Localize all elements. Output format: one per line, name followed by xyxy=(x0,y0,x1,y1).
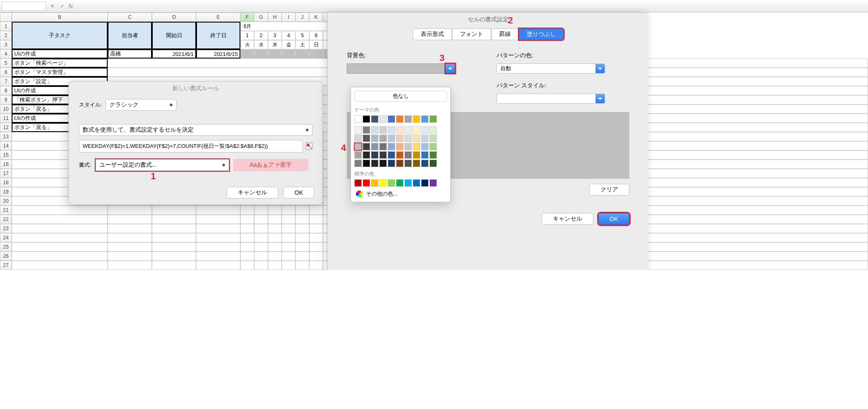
day-2[interactable]: 2 xyxy=(254,31,268,40)
color-swatch[interactable] xyxy=(421,151,429,159)
color-swatch[interactable] xyxy=(388,151,395,159)
color-swatch[interactable] xyxy=(363,179,370,187)
color-swatch[interactable] xyxy=(363,126,370,134)
color-swatch[interactable] xyxy=(354,126,362,134)
col-B[interactable]: B xyxy=(12,13,108,22)
col-D[interactable]: D xyxy=(152,13,196,22)
row-18[interactable]: 18 xyxy=(0,178,12,187)
cancel-button[interactable]: キャンセル xyxy=(227,187,278,198)
tab-fill[interactable]: 塗りつぶし xyxy=(519,28,564,40)
col-J[interactable]: J xyxy=(295,13,309,22)
color-swatch[interactable] xyxy=(413,135,420,142)
row-17[interactable]: 17 xyxy=(0,169,12,178)
col-K[interactable]: K xyxy=(309,13,323,22)
clear-button[interactable]: クリア xyxy=(589,184,629,196)
color-swatch[interactable] xyxy=(396,126,404,134)
day-6[interactable]: 6 xyxy=(309,31,323,40)
color-swatch[interactable] xyxy=(388,179,395,187)
row-5[interactable]: 5 xyxy=(0,58,12,68)
color-swatch[interactable] xyxy=(396,160,404,167)
row-8[interactable]: 8 xyxy=(0,86,12,95)
col-C[interactable]: C xyxy=(108,13,152,22)
format-select[interactable]: ユーザー設定の書式... xyxy=(96,159,229,171)
cell-D4[interactable]: 2021/6/1 xyxy=(152,49,196,58)
day-4[interactable]: 4 xyxy=(282,31,295,40)
row-14[interactable]: 14 xyxy=(0,141,12,150)
row-23[interactable]: 23 xyxy=(0,224,12,233)
col-F[interactable]: F xyxy=(240,13,254,22)
color-swatch[interactable] xyxy=(354,143,362,150)
cell-C4[interactable]: 高橋 xyxy=(108,49,152,58)
color-swatch[interactable] xyxy=(379,115,387,123)
color-swatch[interactable] xyxy=(404,160,412,167)
cell-K4[interactable] xyxy=(309,49,323,58)
tab-font[interactable]: フォント xyxy=(452,28,491,40)
name-box[interactable] xyxy=(2,2,46,11)
row-1[interactable]: 1 xyxy=(0,22,12,31)
cancel-button[interactable]: キャンセル xyxy=(542,213,593,225)
row-26[interactable]: 26 xyxy=(0,251,12,261)
color-swatch[interactable] xyxy=(413,160,420,167)
formula-input[interactable]: WEEKDAY(F$2)=1,WEEKDAY(F$2)=7,COUNTIF(祝日… xyxy=(79,140,303,152)
color-swatch[interactable] xyxy=(396,143,404,150)
hdr-assignee[interactable]: 担当者 xyxy=(108,22,152,49)
cell-B6[interactable]: ボタン「マスタ管理」 xyxy=(12,68,108,77)
col-H[interactable]: H xyxy=(268,13,282,22)
cell-B5[interactable]: ボタン「検索ページ」 xyxy=(12,58,108,68)
row-12[interactable]: 12 xyxy=(0,123,12,132)
color-swatch[interactable] xyxy=(404,135,412,142)
cell-B4[interactable]: UIの作成 xyxy=(12,49,108,58)
color-swatch[interactable] xyxy=(421,179,429,187)
color-swatch[interactable] xyxy=(396,151,404,159)
more-colors-button[interactable]: その他の色... xyxy=(354,188,447,198)
color-swatch[interactable] xyxy=(363,135,370,142)
color-swatch[interactable] xyxy=(363,143,370,150)
color-swatch[interactable] xyxy=(354,115,362,123)
refedit-icon[interactable] xyxy=(305,142,313,150)
fx-label[interactable]: fx xyxy=(68,3,73,10)
color-swatch[interactable] xyxy=(363,115,370,123)
color-swatch[interactable] xyxy=(413,179,420,187)
color-swatch[interactable] xyxy=(363,151,370,159)
hdr-start[interactable]: 開始日 xyxy=(152,22,196,49)
wday-6[interactable]: 日 xyxy=(309,40,323,49)
pattern-color-select[interactable]: 自動 xyxy=(497,64,605,74)
cell-E4[interactable]: 2021/6/15 xyxy=(196,49,240,58)
color-swatch[interactable] xyxy=(388,135,395,142)
color-swatch[interactable] xyxy=(371,126,378,134)
color-swatch[interactable] xyxy=(429,135,437,142)
color-swatch[interactable] xyxy=(388,126,395,134)
cancel-formula-icon[interactable]: ✕ xyxy=(48,3,56,10)
ok-button[interactable]: OK xyxy=(283,187,314,198)
color-swatch[interactable] xyxy=(371,160,378,167)
cell-G4[interactable] xyxy=(254,49,268,58)
col-E[interactable]: E xyxy=(196,13,240,22)
chevron-down-icon[interactable] xyxy=(595,94,605,103)
bg-color-button[interactable] xyxy=(347,64,455,74)
color-swatch[interactable] xyxy=(379,160,387,167)
color-swatch[interactable] xyxy=(388,115,395,123)
color-swatch[interactable] xyxy=(371,143,378,150)
color-swatch[interactable] xyxy=(429,143,437,150)
cell-I4[interactable] xyxy=(282,49,295,58)
color-swatch[interactable] xyxy=(421,126,429,134)
row-16[interactable]: 16 xyxy=(0,160,12,169)
cell-J4[interactable] xyxy=(295,49,309,58)
row-10[interactable]: 10 xyxy=(0,104,12,114)
wday-2[interactable]: 水 xyxy=(254,40,268,49)
color-swatch[interactable] xyxy=(404,179,412,187)
wday-5[interactable]: 土 xyxy=(295,40,309,49)
color-swatch[interactable] xyxy=(354,179,362,187)
color-swatch[interactable] xyxy=(421,115,429,123)
color-swatch[interactable] xyxy=(413,115,420,123)
color-swatch[interactable] xyxy=(371,115,378,123)
color-swatch[interactable] xyxy=(429,160,437,167)
tab-border[interactable]: 罫線 xyxy=(491,28,519,40)
row-19[interactable]: 19 xyxy=(0,187,12,196)
color-swatch[interactable] xyxy=(354,151,362,159)
color-swatch[interactable] xyxy=(429,126,437,134)
row-11[interactable]: 11 xyxy=(0,114,12,123)
cell-H4[interactable] xyxy=(268,49,282,58)
color-swatch[interactable] xyxy=(404,115,412,123)
color-swatch[interactable] xyxy=(354,135,362,142)
